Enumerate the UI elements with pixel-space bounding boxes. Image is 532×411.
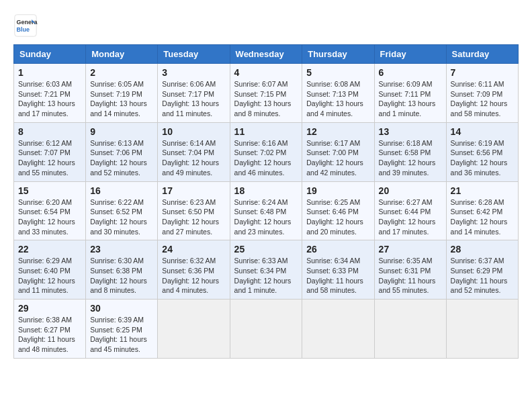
day-number: 13	[379, 126, 442, 137]
day-info: Sunrise: 6:38 AM Sunset: 6:27 PM Dayligh…	[18, 315, 81, 355]
day-number: 1	[18, 67, 81, 78]
day-info: Sunrise: 6:33 AM Sunset: 6:34 PM Dayligh…	[234, 256, 298, 295]
day-cell-21: 21 Sunrise: 6:28 AM Sunset: 6:42 PM Dayl…	[446, 181, 518, 240]
day-number: 18	[234, 185, 298, 196]
day-cell-20: 20 Sunrise: 6:27 AM Sunset: 6:44 PM Dayl…	[374, 181, 446, 240]
day-info: Sunrise: 6:32 AM Sunset: 6:36 PM Dayligh…	[162, 256, 225, 295]
day-number: 19	[306, 185, 369, 196]
day-info: Sunrise: 6:11 AM Sunset: 7:09 PM Dayligh…	[451, 79, 514, 119]
column-header-sunday: Sunday	[14, 45, 86, 64]
day-cell-5: 5 Sunrise: 6:08 AM Sunset: 7:13 PM Dayli…	[302, 64, 374, 123]
day-number: 11	[234, 126, 298, 137]
day-info: Sunrise: 6:09 AM Sunset: 7:11 PM Dayligh…	[379, 79, 442, 119]
empty-cell	[230, 300, 302, 359]
day-info: Sunrise: 6:30 AM Sunset: 6:38 PM Dayligh…	[90, 256, 153, 295]
empty-cell	[446, 300, 518, 359]
day-number: 10	[162, 126, 225, 137]
day-cell-1: 1 Sunrise: 6:03 AM Sunset: 7:21 PM Dayli…	[14, 64, 86, 123]
calendar-header-row: SundayMondayTuesdayWednesdayThursdayFrid…	[14, 45, 519, 64]
day-cell-6: 6 Sunrise: 6:09 AM Sunset: 7:11 PM Dayli…	[374, 64, 446, 123]
day-cell-9: 9 Sunrise: 6:13 AM Sunset: 7:06 PM Dayli…	[86, 122, 158, 181]
day-info: Sunrise: 6:17 AM Sunset: 7:00 PM Dayligh…	[306, 138, 369, 178]
day-info: Sunrise: 6:06 AM Sunset: 7:17 PM Dayligh…	[162, 79, 225, 119]
day-number: 9	[90, 126, 153, 137]
day-cell-7: 7 Sunrise: 6:11 AM Sunset: 7:09 PM Dayli…	[446, 64, 518, 123]
logo-icon: General Blue	[13, 13, 38, 38]
calendar-week-row: 15 Sunrise: 6:20 AM Sunset: 6:54 PM Dayl…	[14, 181, 519, 240]
day-info: Sunrise: 6:23 AM Sunset: 6:50 PM Dayligh…	[162, 197, 225, 237]
day-number: 15	[18, 185, 81, 196]
day-number: 20	[379, 185, 442, 196]
day-cell-23: 23 Sunrise: 6:30 AM Sunset: 6:38 PM Dayl…	[86, 240, 158, 300]
day-cell-11: 11 Sunrise: 6:16 AM Sunset: 7:02 PM Dayl…	[230, 122, 302, 181]
day-cell-27: 27 Sunrise: 6:35 AM Sunset: 6:31 PM Dayl…	[374, 240, 446, 300]
day-cell-12: 12 Sunrise: 6:17 AM Sunset: 7:00 PM Dayl…	[302, 122, 374, 181]
day-cell-25: 25 Sunrise: 6:33 AM Sunset: 6:34 PM Dayl…	[230, 240, 302, 300]
empty-cell	[302, 300, 374, 359]
day-info: Sunrise: 6:18 AM Sunset: 6:58 PM Dayligh…	[379, 138, 442, 178]
day-info: Sunrise: 6:35 AM Sunset: 6:31 PM Dayligh…	[379, 256, 442, 295]
day-cell-29: 29 Sunrise: 6:38 AM Sunset: 6:27 PM Dayl…	[14, 300, 86, 359]
day-number: 6	[379, 67, 442, 78]
day-number: 27	[379, 244, 442, 255]
day-cell-28: 28 Sunrise: 6:37 AM Sunset: 6:29 PM Dayl…	[446, 240, 518, 300]
day-number: 12	[306, 126, 369, 137]
calendar-table: SundayMondayTuesdayWednesdayThursdayFrid…	[13, 44, 519, 359]
column-header-thursday: Thursday	[302, 45, 374, 64]
day-number: 24	[162, 244, 225, 255]
day-number: 16	[90, 185, 153, 196]
svg-text:General: General	[17, 19, 38, 26]
day-number: 4	[234, 67, 298, 78]
day-number: 25	[234, 244, 298, 255]
day-info: Sunrise: 6:34 AM Sunset: 6:33 PM Dayligh…	[306, 256, 369, 295]
day-info: Sunrise: 6:24 AM Sunset: 6:48 PM Dayligh…	[234, 197, 298, 237]
day-info: Sunrise: 6:29 AM Sunset: 6:40 PM Dayligh…	[18, 256, 81, 295]
day-info: Sunrise: 6:12 AM Sunset: 7:07 PM Dayligh…	[18, 138, 81, 178]
day-number: 22	[18, 244, 81, 255]
calendar-week-row: 22 Sunrise: 6:29 AM Sunset: 6:40 PM Dayl…	[14, 240, 519, 300]
day-number: 7	[451, 67, 514, 78]
day-info: Sunrise: 6:22 AM Sunset: 6:52 PM Dayligh…	[90, 197, 153, 237]
page-header: General Blue	[13, 13, 519, 38]
day-number: 30	[90, 303, 153, 314]
day-number: 29	[18, 303, 81, 314]
day-info: Sunrise: 6:07 AM Sunset: 7:15 PM Dayligh…	[234, 79, 298, 119]
day-info: Sunrise: 6:14 AM Sunset: 7:04 PM Dayligh…	[162, 138, 225, 178]
day-number: 17	[162, 185, 225, 196]
day-cell-30: 30 Sunrise: 6:39 AM Sunset: 6:25 PM Dayl…	[86, 300, 158, 359]
day-info: Sunrise: 6:05 AM Sunset: 7:19 PM Dayligh…	[90, 79, 153, 119]
day-number: 26	[306, 244, 369, 255]
day-number: 5	[306, 67, 369, 78]
empty-cell	[158, 300, 230, 359]
calendar-week-row: 29 Sunrise: 6:38 AM Sunset: 6:27 PM Dayl…	[14, 300, 519, 359]
logo: General Blue	[13, 13, 40, 38]
empty-cell	[374, 300, 446, 359]
day-number: 14	[451, 126, 514, 137]
day-cell-8: 8 Sunrise: 6:12 AM Sunset: 7:07 PM Dayli…	[14, 122, 86, 181]
calendar-body: 1 Sunrise: 6:03 AM Sunset: 7:21 PM Dayli…	[14, 64, 519, 359]
day-cell-10: 10 Sunrise: 6:14 AM Sunset: 7:04 PM Dayl…	[158, 122, 230, 181]
day-number: 28	[451, 244, 514, 255]
day-number: 2	[90, 67, 153, 78]
day-info: Sunrise: 6:25 AM Sunset: 6:46 PM Dayligh…	[306, 197, 369, 237]
day-cell-2: 2 Sunrise: 6:05 AM Sunset: 7:19 PM Dayli…	[86, 64, 158, 123]
day-info: Sunrise: 6:27 AM Sunset: 6:44 PM Dayligh…	[379, 197, 442, 237]
day-cell-16: 16 Sunrise: 6:22 AM Sunset: 6:52 PM Dayl…	[86, 181, 158, 240]
day-number: 21	[451, 185, 514, 196]
day-info: Sunrise: 6:20 AM Sunset: 6:54 PM Dayligh…	[18, 197, 81, 237]
column-header-saturday: Saturday	[446, 45, 518, 64]
day-cell-24: 24 Sunrise: 6:32 AM Sunset: 6:36 PM Dayl…	[158, 240, 230, 300]
column-header-wednesday: Wednesday	[230, 45, 302, 64]
day-cell-13: 13 Sunrise: 6:18 AM Sunset: 6:58 PM Dayl…	[374, 122, 446, 181]
calendar-week-row: 1 Sunrise: 6:03 AM Sunset: 7:21 PM Dayli…	[14, 64, 519, 123]
day-info: Sunrise: 6:16 AM Sunset: 7:02 PM Dayligh…	[234, 138, 298, 178]
day-info: Sunrise: 6:13 AM Sunset: 7:06 PM Dayligh…	[90, 138, 153, 178]
day-cell-15: 15 Sunrise: 6:20 AM Sunset: 6:54 PM Dayl…	[14, 181, 86, 240]
day-info: Sunrise: 6:37 AM Sunset: 6:29 PM Dayligh…	[451, 256, 514, 295]
day-cell-17: 17 Sunrise: 6:23 AM Sunset: 6:50 PM Dayl…	[158, 181, 230, 240]
day-info: Sunrise: 6:39 AM Sunset: 6:25 PM Dayligh…	[90, 315, 153, 355]
day-cell-4: 4 Sunrise: 6:07 AM Sunset: 7:15 PM Dayli…	[230, 64, 302, 123]
day-number: 8	[18, 126, 81, 137]
day-cell-19: 19 Sunrise: 6:25 AM Sunset: 6:46 PM Dayl…	[302, 181, 374, 240]
day-number: 3	[162, 67, 225, 78]
